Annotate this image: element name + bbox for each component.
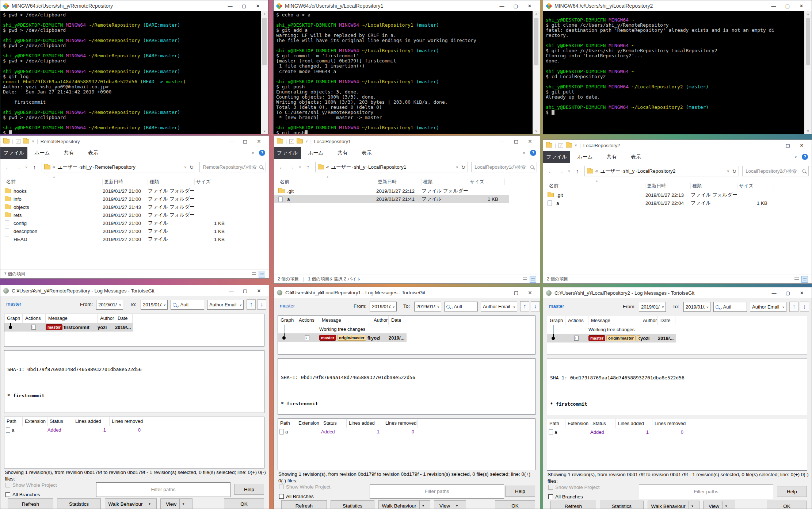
refresh-button[interactable]: Refresh <box>550 501 596 509</box>
author-email-dropdown[interactable]: Author Email ∨ <box>207 300 244 310</box>
changed-file-row[interactable]: aAdded10 <box>547 428 807 436</box>
large-icons-view-icon[interactable] <box>259 271 265 278</box>
sort-ascending-icon[interactable]: ∧ <box>325 176 329 179</box>
quick-access-folder-icon[interactable] <box>297 139 303 143</box>
file-row[interactable]: config2019/01/27 21:00ファイル1 KB <box>0 219 236 227</box>
address-dropdown-icon[interactable]: ∨ <box>456 165 458 169</box>
column-header-kind[interactable]: 種類 <box>148 179 195 185</box>
walk-behaviour-button[interactable]: Walk Behaviour ▼ <box>648 501 699 509</box>
column-header-author[interactable]: Author <box>98 314 115 323</box>
all-branches-checkbox[interactable]: All Branches <box>5 492 40 497</box>
checkbox[interactable] <box>548 485 553 490</box>
details-view-icon[interactable] <box>522 276 528 283</box>
dropdown-icon[interactable]: ▼ <box>723 505 730 508</box>
column-header-path[interactable]: Path <box>278 419 296 428</box>
file-row[interactable]: a2019/01/27 21:41ファイル1 KB <box>274 195 509 203</box>
column-header-lines-removed[interactable]: Lines removed <box>652 419 687 428</box>
column-header-date[interactable]: Date <box>658 316 675 325</box>
ok-button[interactable]: OK <box>767 501 807 509</box>
maximize-button[interactable]: ▢ <box>238 288 252 294</box>
file-row[interactable]: .git2019/01/27 22:12ファイル フォルダー <box>274 187 509 195</box>
quick-access-check-icon[interactable]: ✓ <box>289 139 294 144</box>
column-header-name[interactable]: 名前 <box>278 179 376 185</box>
back-button[interactable]: ← <box>546 168 555 174</box>
navigate-up-button[interactable]: ↑ <box>789 302 798 312</box>
view-button[interactable]: View ▼ <box>160 498 192 509</box>
walk-behaviour-button[interactable]: Walk Behaviour ▼ <box>105 498 157 509</box>
scrollbar[interactable]: ∧ ∨ <box>261 11 268 134</box>
commit-row[interactable]: masterfirstcommityozi2019/... <box>4 323 133 332</box>
title-bar[interactable]: MINGW64:/c/Users/shi_y/RemoteRepository … <box>0 0 268 11</box>
minimize-button[interactable]: — <box>495 139 509 144</box>
branch-link[interactable]: master <box>6 301 21 307</box>
forward-button[interactable]: → <box>556 168 565 174</box>
checkbox[interactable] <box>5 483 10 487</box>
column-header-lines-added[interactable]: Lines added <box>347 419 383 428</box>
tab-file[interactable]: ファイル <box>0 147 27 159</box>
log-search-box[interactable]: , Autl <box>171 300 204 310</box>
walk-behaviour-button[interactable]: Walk Behaviour ▼ <box>378 500 430 509</box>
minimize-button[interactable]: — <box>767 3 781 9</box>
minimize-button[interactable]: — <box>495 3 509 9</box>
large-icons-view-icon[interactable] <box>530 276 536 283</box>
close-button[interactable]: ✕ <box>523 139 537 144</box>
scroll-up-icon[interactable]: ∧ <box>807 12 809 16</box>
recent-locations-icon[interactable]: ∨ <box>567 169 572 173</box>
breadcrumb-segment[interactable]: ユーザー <box>58 164 78 170</box>
commit-message-pane[interactable]: SHA-1: 0bd179f8769aa148d746588932701dba8… <box>278 358 535 415</box>
minimize-button[interactable]: — <box>495 290 509 295</box>
details-view-icon[interactable] <box>251 271 257 278</box>
filter-paths-input[interactable]: Filter paths <box>96 482 230 497</box>
scrollbar[interactable]: ∧ ∨ <box>804 11 812 134</box>
column-header-kind[interactable]: 種類 <box>691 183 737 189</box>
column-header-name[interactable]: 名前 <box>548 183 645 189</box>
column-header-author[interactable]: Author <box>371 316 389 325</box>
column-header-date[interactable]: Date <box>115 314 133 323</box>
tab-home[interactable]: ホーム <box>27 147 57 159</box>
column-header-date[interactable]: 更新日時 <box>376 179 422 185</box>
title-bar[interactable]: MINGW64:/c/Users/shi_y/LocalRepository2 … <box>543 0 812 11</box>
dropdown-icon[interactable]: ▼ <box>689 505 696 508</box>
help-button[interactable]: Help <box>505 486 535 497</box>
commit-row[interactable]: masterorigin/masterfirstco...yozi2019/..… <box>278 333 407 342</box>
navigate-up-button[interactable]: ↑ <box>520 301 529 311</box>
changed-file-row[interactable]: aAdded10 <box>4 426 264 434</box>
all-branches-checkbox[interactable]: All Branches <box>548 494 583 500</box>
column-header-extension[interactable]: Extension <box>296 419 321 428</box>
column-header-graph[interactable]: Graph <box>547 316 565 325</box>
close-button[interactable]: ✕ <box>523 3 537 9</box>
maximize-button[interactable]: ▢ <box>237 3 251 9</box>
address-dropdown-icon[interactable]: ∨ <box>184 165 187 169</box>
from-date-picker[interactable]: 2019/01/27 ∨ <box>96 300 123 310</box>
title-bar[interactable]: C:¥Users¥shi_y¥RemoteRepository - Log Me… <box>0 285 269 296</box>
forward-button[interactable]: → <box>14 164 23 170</box>
ribbon-expand-icon[interactable]: ∨ <box>252 151 254 155</box>
file-row[interactable]: description2019/01/27 21:00ファイル1 KB <box>0 227 236 235</box>
column-header-message[interactable]: Message <box>588 316 640 325</box>
filter-paths-input[interactable]: Filter paths <box>639 485 773 499</box>
statistics-button[interactable]: Statistics <box>331 500 374 509</box>
search-icon[interactable] <box>802 169 805 173</box>
dropdown-icon[interactable]: ▼ <box>180 502 187 506</box>
details-view-icon[interactable] <box>793 276 800 283</box>
tab-view[interactable]: 表示 <box>624 151 648 163</box>
scroll-up-icon[interactable]: ∧ <box>535 12 538 16</box>
dropdown-icon[interactable]: ▼ <box>453 504 461 508</box>
statistics-button[interactable]: Statistics <box>600 501 644 509</box>
navigate-down-button[interactable]: ↓ <box>800 302 809 312</box>
column-header-status[interactable]: Status <box>321 419 347 428</box>
recent-locations-icon[interactable]: ∨ <box>297 165 302 169</box>
file-row[interactable]: objects2019/01/27 21:43ファイル フォルダー <box>0 203 236 211</box>
checkbox[interactable] <box>279 485 284 489</box>
refresh-icon[interactable]: ↻ <box>461 164 466 170</box>
back-button[interactable]: ← <box>3 164 12 170</box>
tab-home[interactable]: ホーム <box>570 151 600 163</box>
log-search-box[interactable]: , Autl <box>713 302 747 312</box>
column-header-size[interactable]: サイズ <box>737 183 774 189</box>
checkbox[interactable] <box>548 494 553 499</box>
tab-file[interactable]: ファイル <box>274 147 301 159</box>
terminal-output[interactable]: $ echo a > ashi_y@DESKTOP-D3MUCFN MINGW6… <box>274 11 533 134</box>
maximize-button[interactable]: ▢ <box>509 139 523 144</box>
maximize-button[interactable]: ▢ <box>781 3 794 9</box>
show-whole-project-checkbox[interactable]: Show Whole Project <box>5 482 57 488</box>
